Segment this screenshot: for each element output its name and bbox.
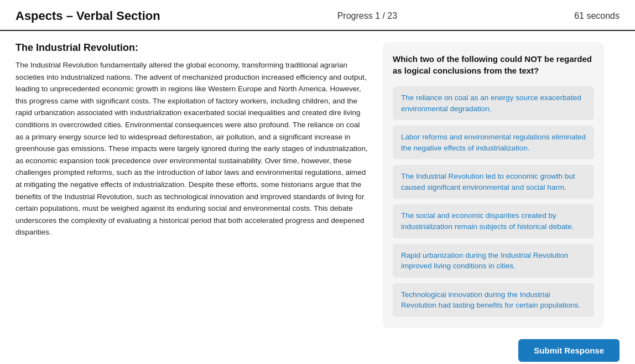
option-5-text: Rapid urbanization during the Industrial… [401,251,568,271]
footer: Submit Response [0,339,635,364]
answer-option-1[interactable]: The reliance on coal as an energy source… [393,86,594,120]
answer-option-6[interactable]: Technological innovation during the Indu… [393,283,594,317]
answer-option-3[interactable]: The Industrial Revolution led to economi… [393,165,594,199]
answer-option-4[interactable]: The social and economic disparities crea… [393,204,594,238]
option-4-text: The social and economic disparities crea… [401,211,574,231]
passage-section: The Industrial Revolution: The Industria… [15,42,369,328]
progress-indicator: Progress 1 / 23 [337,11,398,21]
timer: 61 seconds [574,11,620,21]
question-text: Which two of the following could NOT be … [393,53,594,76]
answer-option-2[interactable]: Labor reforms and environmental regulati… [393,126,594,159]
passage-title: The Industrial Revolution: [15,42,369,54]
question-panel: Which two of the following could NOT be … [383,42,604,328]
option-6-text: Technological innovation during the Indu… [401,290,580,310]
option-3-text: The Industrial Revolution led to economi… [401,172,575,191]
submit-button[interactable]: Submit Response [518,339,620,362]
option-1-text: The reliance on coal as an energy source… [401,93,581,113]
option-2-text: Labor reforms and environmental regulati… [401,133,586,152]
page-title: Aspects – Verbal Section [15,9,160,23]
main-content: The Industrial Revolution: The Industria… [0,31,635,339]
answer-option-5[interactable]: Rapid urbanization during the Industrial… [393,244,594,278]
passage-text: The Industrial Revolution fundamentally … [15,59,369,238]
header: Aspects – Verbal Section Progress 1 / 23… [0,0,635,31]
